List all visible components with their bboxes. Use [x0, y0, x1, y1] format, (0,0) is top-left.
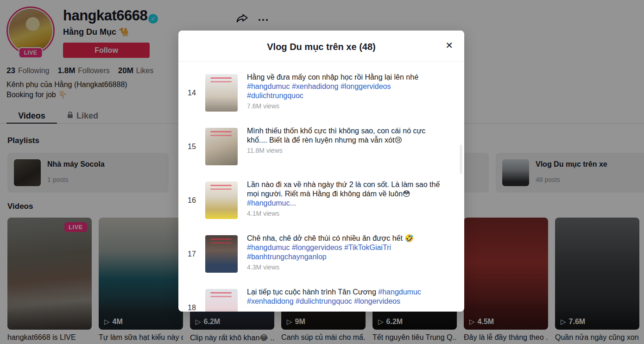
playlist-modal: Vlog Du mục trên xe (48) ✕ 14 Hằng về đư… — [178, 31, 464, 312]
modal-header: Vlog Du mục trên xe (48) ✕ — [178, 31, 464, 62]
hashtag-links[interactable]: #hangdumuc #xenhadidong #longgervideos #… — [247, 82, 391, 100]
video-thumbnail — [205, 235, 238, 273]
close-icon[interactable]: ✕ — [445, 41, 453, 50]
row-index: 16 — [178, 174, 205, 227]
hashtag-links[interactable]: #hangdumuc... — [247, 199, 296, 207]
video-thumbnail — [205, 289, 238, 312]
row-index: 17 — [178, 227, 205, 281]
playlist-video-row[interactable]: 17 Chê nha, chê dở chê thúi có nhiều ăn … — [178, 227, 464, 281]
playlist-video-row[interactable]: 15 Mình thiếu thốn khổ cực thì không sao… — [178, 120, 464, 174]
video-thumbnail — [205, 128, 238, 165]
playlist-video-row[interactable]: 14 Hằng về đưa mấy con nhập học rồi Hằng… — [178, 66, 464, 120]
hashtag-links[interactable]: #hangdumuc #longgervideos #TikTokGiaiTri… — [247, 244, 391, 261]
modal-scrollbar[interactable] — [460, 144, 462, 174]
row-index: 14 — [178, 66, 205, 120]
video-view-count: 7.6M views — [247, 102, 447, 110]
row-index: 18 — [178, 281, 205, 312]
playlist-video-list: 14 Hằng về đưa mấy con nhập học rồi Hằng… — [178, 62, 464, 312]
modal-title: Vlog Du mục trên xe (48) — [178, 42, 464, 52]
video-title: Mình thiếu thốn khổ cực thì không sao, c… — [247, 126, 447, 145]
video-view-count: 11.8M views — [247, 147, 447, 154]
video-view-count: 4.1M views — [247, 210, 447, 217]
video-title: Lại tiếp tục cuộc hành trình Tân Cương #… — [247, 288, 447, 306]
video-thumbnail — [205, 181, 238, 219]
video-title: Lần nào đi xa về nhà ngày thứ 2 là con s… — [247, 180, 447, 208]
video-view-count: 4.3M views — [247, 263, 447, 271]
video-thumbnail — [205, 74, 238, 112]
video-title: Hằng về đưa mấy con nhập học rồi Hằng lạ… — [247, 73, 447, 100]
video-title: Chê nha, chê dở chê thúi có nhiều ăn đượ… — [247, 234, 447, 262]
playlist-video-row[interactable]: 18 Lại tiếp tục cuộc hành trình Tân Cươn… — [178, 281, 464, 312]
row-index: 15 — [178, 120, 205, 174]
playlist-video-row[interactable]: 16 Lần nào đi xa về nhà ngày thứ 2 là co… — [178, 174, 464, 227]
